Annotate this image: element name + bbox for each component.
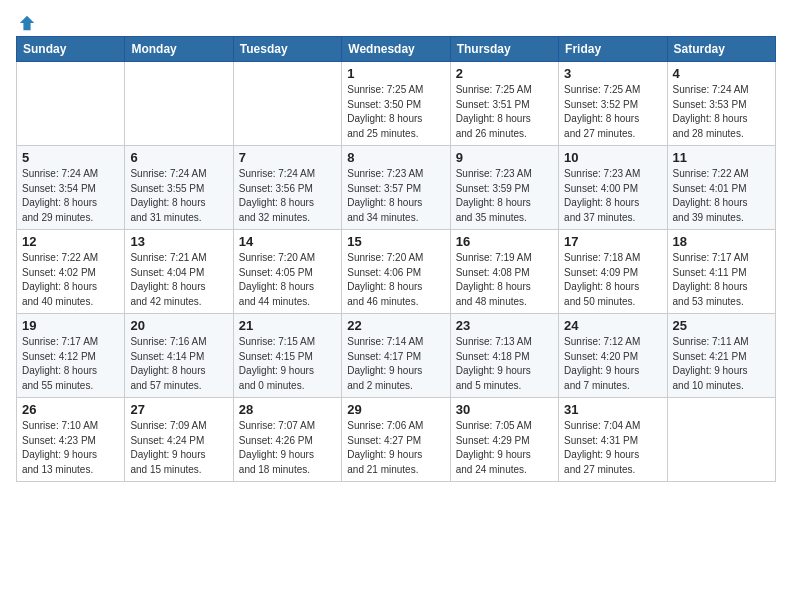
cell-info-18: Sunrise: 7:17 AM Sunset: 4:11 PM Dayligh… xyxy=(673,251,770,309)
day-number-20: 20 xyxy=(130,318,227,333)
cell-info-8: Sunrise: 7:23 AM Sunset: 3:57 PM Dayligh… xyxy=(347,167,444,225)
cell-w1-d4: 2Sunrise: 7:25 AM Sunset: 3:51 PM Daylig… xyxy=(450,62,558,146)
header-tuesday: Tuesday xyxy=(233,37,341,62)
day-number-3: 3 xyxy=(564,66,661,81)
week-row-2: 5Sunrise: 7:24 AM Sunset: 3:54 PM Daylig… xyxy=(17,146,776,230)
cell-info-28: Sunrise: 7:07 AM Sunset: 4:26 PM Dayligh… xyxy=(239,419,336,477)
cell-w2-d4: 9Sunrise: 7:23 AM Sunset: 3:59 PM Daylig… xyxy=(450,146,558,230)
day-number-21: 21 xyxy=(239,318,336,333)
header-sunday: Sunday xyxy=(17,37,125,62)
header xyxy=(16,16,776,28)
cell-info-2: Sunrise: 7:25 AM Sunset: 3:51 PM Dayligh… xyxy=(456,83,553,141)
day-number-22: 22 xyxy=(347,318,444,333)
day-number-10: 10 xyxy=(564,150,661,165)
cell-w5-d6 xyxy=(667,398,775,482)
cell-info-17: Sunrise: 7:18 AM Sunset: 4:09 PM Dayligh… xyxy=(564,251,661,309)
cell-w5-d3: 29Sunrise: 7:06 AM Sunset: 4:27 PM Dayli… xyxy=(342,398,450,482)
day-number-24: 24 xyxy=(564,318,661,333)
day-number-27: 27 xyxy=(130,402,227,417)
cell-w1-d0 xyxy=(17,62,125,146)
header-friday: Friday xyxy=(559,37,667,62)
logo xyxy=(16,16,36,28)
cell-info-31: Sunrise: 7:04 AM Sunset: 4:31 PM Dayligh… xyxy=(564,419,661,477)
day-number-29: 29 xyxy=(347,402,444,417)
day-number-19: 19 xyxy=(22,318,119,333)
day-number-6: 6 xyxy=(130,150,227,165)
cell-w2-d2: 7Sunrise: 7:24 AM Sunset: 3:56 PM Daylig… xyxy=(233,146,341,230)
cell-w1-d2 xyxy=(233,62,341,146)
day-number-7: 7 xyxy=(239,150,336,165)
cell-info-7: Sunrise: 7:24 AM Sunset: 3:56 PM Dayligh… xyxy=(239,167,336,225)
cell-w1-d3: 1Sunrise: 7:25 AM Sunset: 3:50 PM Daylig… xyxy=(342,62,450,146)
header-thursday: Thursday xyxy=(450,37,558,62)
cell-w3-d1: 13Sunrise: 7:21 AM Sunset: 4:04 PM Dayli… xyxy=(125,230,233,314)
cell-info-19: Sunrise: 7:17 AM Sunset: 4:12 PM Dayligh… xyxy=(22,335,119,393)
cell-info-26: Sunrise: 7:10 AM Sunset: 4:23 PM Dayligh… xyxy=(22,419,119,477)
cell-w2-d6: 11Sunrise: 7:22 AM Sunset: 4:01 PM Dayli… xyxy=(667,146,775,230)
cell-info-13: Sunrise: 7:21 AM Sunset: 4:04 PM Dayligh… xyxy=(130,251,227,309)
cell-w4-d1: 20Sunrise: 7:16 AM Sunset: 4:14 PM Dayli… xyxy=(125,314,233,398)
cell-info-10: Sunrise: 7:23 AM Sunset: 4:00 PM Dayligh… xyxy=(564,167,661,225)
cell-w4-d6: 25Sunrise: 7:11 AM Sunset: 4:21 PM Dayli… xyxy=(667,314,775,398)
cell-info-29: Sunrise: 7:06 AM Sunset: 4:27 PM Dayligh… xyxy=(347,419,444,477)
day-number-8: 8 xyxy=(347,150,444,165)
weekday-header-row: Sunday Monday Tuesday Wednesday Thursday… xyxy=(17,37,776,62)
cell-info-21: Sunrise: 7:15 AM Sunset: 4:15 PM Dayligh… xyxy=(239,335,336,393)
cell-w5-d0: 26Sunrise: 7:10 AM Sunset: 4:23 PM Dayli… xyxy=(17,398,125,482)
header-wednesday: Wednesday xyxy=(342,37,450,62)
cell-w4-d2: 21Sunrise: 7:15 AM Sunset: 4:15 PM Dayli… xyxy=(233,314,341,398)
day-number-26: 26 xyxy=(22,402,119,417)
cell-info-16: Sunrise: 7:19 AM Sunset: 4:08 PM Dayligh… xyxy=(456,251,553,309)
calendar-table: Sunday Monday Tuesday Wednesday Thursday… xyxy=(16,36,776,482)
day-number-14: 14 xyxy=(239,234,336,249)
cell-w5-d1: 27Sunrise: 7:09 AM Sunset: 4:24 PM Dayli… xyxy=(125,398,233,482)
logo-icon xyxy=(18,14,36,32)
day-number-31: 31 xyxy=(564,402,661,417)
cell-w3-d2: 14Sunrise: 7:20 AM Sunset: 4:05 PM Dayli… xyxy=(233,230,341,314)
cell-info-15: Sunrise: 7:20 AM Sunset: 4:06 PM Dayligh… xyxy=(347,251,444,309)
cell-w2-d0: 5Sunrise: 7:24 AM Sunset: 3:54 PM Daylig… xyxy=(17,146,125,230)
day-number-23: 23 xyxy=(456,318,553,333)
day-number-13: 13 xyxy=(130,234,227,249)
cell-w4-d4: 23Sunrise: 7:13 AM Sunset: 4:18 PM Dayli… xyxy=(450,314,558,398)
header-monday: Monday xyxy=(125,37,233,62)
cell-w4-d5: 24Sunrise: 7:12 AM Sunset: 4:20 PM Dayli… xyxy=(559,314,667,398)
page: Sunday Monday Tuesday Wednesday Thursday… xyxy=(0,0,792,494)
day-number-5: 5 xyxy=(22,150,119,165)
day-number-12: 12 xyxy=(22,234,119,249)
svg-marker-0 xyxy=(20,16,34,30)
week-row-1: 1Sunrise: 7:25 AM Sunset: 3:50 PM Daylig… xyxy=(17,62,776,146)
cell-w2-d3: 8Sunrise: 7:23 AM Sunset: 3:57 PM Daylig… xyxy=(342,146,450,230)
cell-info-27: Sunrise: 7:09 AM Sunset: 4:24 PM Dayligh… xyxy=(130,419,227,477)
cell-w3-d0: 12Sunrise: 7:22 AM Sunset: 4:02 PM Dayli… xyxy=(17,230,125,314)
cell-w5-d2: 28Sunrise: 7:07 AM Sunset: 4:26 PM Dayli… xyxy=(233,398,341,482)
day-number-9: 9 xyxy=(456,150,553,165)
cell-w3-d3: 15Sunrise: 7:20 AM Sunset: 4:06 PM Dayli… xyxy=(342,230,450,314)
cell-info-9: Sunrise: 7:23 AM Sunset: 3:59 PM Dayligh… xyxy=(456,167,553,225)
day-number-2: 2 xyxy=(456,66,553,81)
cell-info-25: Sunrise: 7:11 AM Sunset: 4:21 PM Dayligh… xyxy=(673,335,770,393)
cell-w3-d5: 17Sunrise: 7:18 AM Sunset: 4:09 PM Dayli… xyxy=(559,230,667,314)
cell-w3-d4: 16Sunrise: 7:19 AM Sunset: 4:08 PM Dayli… xyxy=(450,230,558,314)
cell-info-11: Sunrise: 7:22 AM Sunset: 4:01 PM Dayligh… xyxy=(673,167,770,225)
day-number-17: 17 xyxy=(564,234,661,249)
cell-info-5: Sunrise: 7:24 AM Sunset: 3:54 PM Dayligh… xyxy=(22,167,119,225)
cell-info-23: Sunrise: 7:13 AM Sunset: 4:18 PM Dayligh… xyxy=(456,335,553,393)
cell-info-6: Sunrise: 7:24 AM Sunset: 3:55 PM Dayligh… xyxy=(130,167,227,225)
cell-w4-d3: 22Sunrise: 7:14 AM Sunset: 4:17 PM Dayli… xyxy=(342,314,450,398)
cell-w4-d0: 19Sunrise: 7:17 AM Sunset: 4:12 PM Dayli… xyxy=(17,314,125,398)
day-number-25: 25 xyxy=(673,318,770,333)
cell-w1-d1 xyxy=(125,62,233,146)
header-saturday: Saturday xyxy=(667,37,775,62)
cell-w5-d5: 31Sunrise: 7:04 AM Sunset: 4:31 PM Dayli… xyxy=(559,398,667,482)
day-number-15: 15 xyxy=(347,234,444,249)
day-number-28: 28 xyxy=(239,402,336,417)
cell-info-22: Sunrise: 7:14 AM Sunset: 4:17 PM Dayligh… xyxy=(347,335,444,393)
cell-w1-d6: 4Sunrise: 7:24 AM Sunset: 3:53 PM Daylig… xyxy=(667,62,775,146)
day-number-16: 16 xyxy=(456,234,553,249)
cell-w1-d5: 3Sunrise: 7:25 AM Sunset: 3:52 PM Daylig… xyxy=(559,62,667,146)
cell-w3-d6: 18Sunrise: 7:17 AM Sunset: 4:11 PM Dayli… xyxy=(667,230,775,314)
day-number-30: 30 xyxy=(456,402,553,417)
cell-info-30: Sunrise: 7:05 AM Sunset: 4:29 PM Dayligh… xyxy=(456,419,553,477)
week-row-4: 19Sunrise: 7:17 AM Sunset: 4:12 PM Dayli… xyxy=(17,314,776,398)
